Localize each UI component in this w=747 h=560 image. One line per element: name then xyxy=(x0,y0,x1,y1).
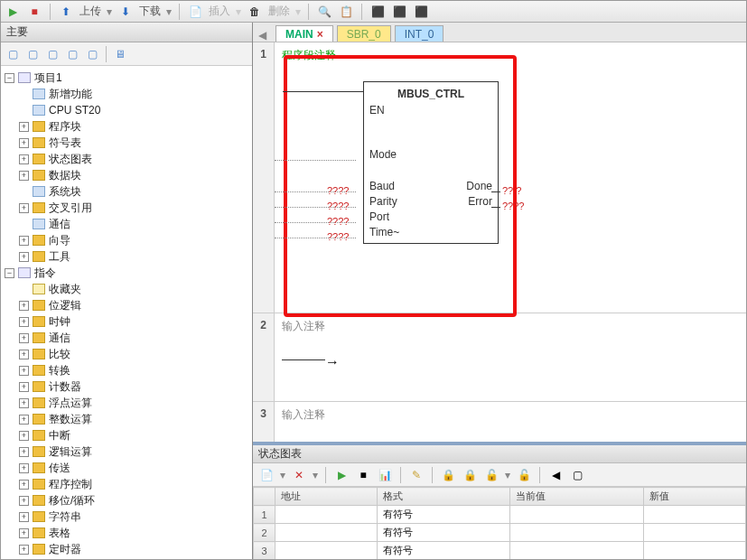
tree-favorites[interactable]: 收藏夹 xyxy=(19,281,252,297)
col-addr[interactable]: 地址 xyxy=(275,488,378,506)
run-icon[interactable]: ▶ xyxy=(5,4,21,20)
sc-misc-icon[interactable]: ▢ xyxy=(569,467,585,483)
net3-rung[interactable]: → xyxy=(282,430,739,442)
sc-edit-icon[interactable]: ✎ xyxy=(408,467,425,483)
net2-rung[interactable]: → xyxy=(282,341,739,396)
tree-instructions[interactable]: −指令 xyxy=(5,265,252,281)
sc-lock2-icon[interactable]: 🔒 xyxy=(462,467,478,483)
editor-body[interactable]: 1 程序段注释 MBUS_CTRL EN Mode Ba xyxy=(253,42,746,442)
sc-lock3-icon[interactable]: 🔓 xyxy=(483,467,500,483)
pin-parity: Parity xyxy=(369,195,397,208)
misc1-icon[interactable]: 🔍 xyxy=(316,4,332,20)
table-row[interactable]: 1有符号 xyxy=(254,506,746,524)
upload-label: 上传 xyxy=(79,4,101,19)
table-row[interactable]: 3有符号 xyxy=(254,542,746,560)
tree-convert[interactable]: +转换 xyxy=(19,362,252,378)
tree-cpu[interactable]: CPU ST20 xyxy=(19,102,252,118)
net3-comment[interactable]: 输入注释 xyxy=(282,407,739,423)
tree-int-math[interactable]: +整数运算 xyxy=(19,411,252,427)
net1-number: 1 xyxy=(253,42,275,313)
misc2-icon[interactable]: 📋 xyxy=(338,4,354,20)
misc3-icon[interactable]: ⬛ xyxy=(369,4,386,20)
left-pane-title: 主要 xyxy=(1,23,252,42)
net3-number: 3 xyxy=(253,402,275,442)
tab-int0[interactable]: INT_0 xyxy=(395,25,444,42)
pt-icon3[interactable]: ▢ xyxy=(44,46,61,62)
pt-icon2[interactable]: ▢ xyxy=(24,46,41,62)
tree-project-root[interactable]: −项目1 xyxy=(5,70,252,86)
tree-system-block[interactable]: 系统块 xyxy=(19,183,252,200)
tree-comm[interactable]: 通信 xyxy=(19,216,252,232)
col-new[interactable]: 新值 xyxy=(644,488,746,506)
tree-whats-new[interactable]: 新增功能 xyxy=(19,86,252,102)
tree-tools[interactable]: +工具 xyxy=(19,248,252,265)
upload-icon[interactable]: ⬆ xyxy=(58,4,74,20)
tree-logic-ops[interactable]: +逻辑运算 xyxy=(19,443,252,460)
insert-icon[interactable]: 📄 xyxy=(187,4,203,20)
sc-chart-icon[interactable]: 📊 xyxy=(377,467,393,483)
tree-wizards[interactable]: +向导 xyxy=(19,232,252,248)
block-title: MBUS_CTRL xyxy=(369,86,492,102)
tree-timers[interactable]: +定时器 xyxy=(19,541,252,557)
net1-comment[interactable]: 程序段注释 xyxy=(282,48,739,63)
val-baud[interactable]: ???? xyxy=(327,185,349,196)
tree-float-math[interactable]: +浮点运算 xyxy=(19,395,252,411)
mbus-ctrl-block[interactable]: MBUS_CTRL EN Mode BaudDone ParityError P… xyxy=(363,81,499,244)
download-icon[interactable]: ⬇ xyxy=(117,4,134,20)
sc-lock1-icon[interactable]: 🔒 xyxy=(440,467,456,483)
tree-status-chart[interactable]: +状态图表 xyxy=(19,151,252,167)
misc5-icon[interactable]: ⬛ xyxy=(413,4,429,20)
val-parity[interactable]: ???? xyxy=(327,201,349,211)
tree-symbol-table[interactable]: +符号表 xyxy=(19,135,252,151)
pt-monitor-icon[interactable]: 🖥 xyxy=(112,46,128,62)
sc-lock4-icon[interactable]: 🔓 xyxy=(516,467,532,483)
tree-data-block[interactable]: +数据块 xyxy=(19,167,252,183)
delete-icon[interactable]: 🗑 xyxy=(247,4,263,20)
tree-string[interactable]: +字符串 xyxy=(19,509,252,525)
tree-bit-logic[interactable]: +位逻辑 xyxy=(19,297,252,313)
col-current[interactable]: 当前值 xyxy=(510,488,644,506)
tree-counters[interactable]: +计数器 xyxy=(19,378,252,395)
tree-program-block[interactable]: +程序块 xyxy=(19,118,252,135)
tree-transfer[interactable]: +传送 xyxy=(19,460,252,476)
misc4-icon[interactable]: ⬛ xyxy=(391,4,407,20)
editor-tab-strip: ◀ MAIN× SBR_0 INT_0 xyxy=(253,23,746,42)
pt-icon4[interactable]: ▢ xyxy=(64,46,80,62)
pin-timeout: Time~ xyxy=(369,226,399,238)
pin-en: EN xyxy=(369,104,385,117)
tree-compare[interactable]: +比较 xyxy=(19,346,252,362)
tab-sbr0[interactable]: SBR_0 xyxy=(337,25,391,42)
table-row[interactable]: 2有符号 xyxy=(254,524,746,542)
stop-icon[interactable]: ■ xyxy=(26,4,42,20)
sc-new-icon[interactable]: 📄 xyxy=(258,467,275,483)
pt-icon5[interactable]: ▢ xyxy=(84,46,100,62)
sc-up-icon[interactable]: ◀ xyxy=(547,467,564,483)
tree-cross-ref[interactable]: +交叉引用 xyxy=(19,200,252,216)
sc-del-icon[interactable]: ✕ xyxy=(291,467,307,483)
tree-shift-rot[interactable]: +移位/循环 xyxy=(19,492,252,509)
sc-snap-icon[interactable]: ■ xyxy=(355,467,371,483)
sc-run-icon[interactable]: ▶ xyxy=(333,467,350,483)
tree-clock[interactable]: +时钟 xyxy=(19,313,252,330)
project-tree[interactable]: −项目1 新增功能 CPU ST20 +程序块 +符号表 +状态图表 +数据块 … xyxy=(1,66,252,559)
tree-prog-ctrl[interactable]: +程序控制 xyxy=(19,476,252,492)
val-port[interactable]: ???? xyxy=(327,216,349,227)
pt-icon1[interactable]: ▢ xyxy=(5,46,21,62)
val-error[interactable]: ???? xyxy=(502,201,524,211)
status-chart-title: 状态图表 xyxy=(253,445,746,463)
status-chart-grid[interactable]: 地址 格式 当前值 新值 1有符号2有符号3有符号4有符号 xyxy=(253,487,746,559)
pin-port: Port xyxy=(369,210,389,223)
tab-main[interactable]: MAIN× xyxy=(275,25,333,42)
pin-error: Error xyxy=(468,195,492,208)
val-timeout[interactable]: ???? xyxy=(327,231,349,242)
tree-table[interactable]: +表格 xyxy=(19,525,252,541)
delete-label: 删除 xyxy=(268,4,290,19)
net2-number: 2 xyxy=(253,313,275,401)
val-done[interactable]: ??.? xyxy=(502,185,521,196)
tree-interrupt[interactable]: +中断 xyxy=(19,427,252,443)
tree-comm2[interactable]: +通信 xyxy=(19,330,252,346)
tree-profinet[interactable]: +PROFINET xyxy=(19,557,252,559)
net2-comment[interactable]: 输入注释 xyxy=(282,319,739,334)
pin-mode: Mode xyxy=(369,148,397,161)
col-format[interactable]: 格式 xyxy=(377,488,510,506)
